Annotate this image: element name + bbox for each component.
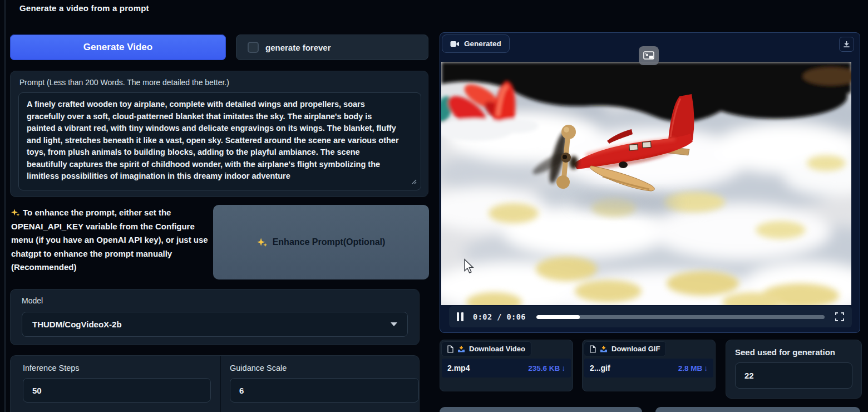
download-gif-label: Download GIF: [611, 345, 660, 353]
download-arrow-icon: ↓: [561, 364, 565, 372]
gif-filesize: 2.8 MB: [678, 364, 703, 372]
download-gif-file-row[interactable]: 2...gif 2.8 MB ↓: [584, 359, 713, 377]
generated-video-panel: Generated 0:02 / 0:06: [440, 32, 860, 333]
video-progress-bar[interactable]: [536, 315, 825, 319]
seed-panel: Seed used for generation 22: [726, 340, 862, 399]
fullscreen-icon[interactable]: [835, 312, 844, 321]
generated-tab: Generated: [442, 35, 510, 53]
seed-input[interactable]: 22: [735, 362, 852, 389]
generate-video-button-label: Generate Video: [83, 42, 152, 53]
guidance-scale-input[interactable]: 6: [230, 378, 419, 403]
download-video-label: Download Video: [469, 345, 525, 353]
model-label: Model: [22, 296, 43, 305]
prompt-panel: Prompt (Less than 200 Words. The more de…: [10, 71, 428, 197]
bottom-left-button-partial[interactable]: [440, 407, 642, 412]
download-icon: [843, 41, 850, 48]
generate-forever-checkbox[interactable]: [248, 42, 259, 53]
file-icon: [447, 345, 453, 353]
sparkles-icon: [257, 237, 268, 248]
chevron-down-icon: [391, 322, 397, 326]
download-video-header: Download Video: [441, 341, 531, 356]
video-frame-image: [441, 62, 851, 305]
video-filesize: 235.6 KB: [528, 364, 560, 372]
picture-in-picture-button[interactable]: [639, 46, 659, 65]
generate-video-button[interactable]: Generate Video: [10, 35, 226, 60]
inference-steps-label: Inference Steps: [23, 364, 80, 372]
download-video-file-row[interactable]: 2.mp4 235.6 KB ↓: [442, 359, 571, 377]
inference-steps-input[interactable]: 50: [23, 378, 211, 403]
generate-forever-group: generate forever: [236, 35, 428, 60]
enhance-info-text: To enhance the prompt, either set the OP…: [11, 206, 213, 274]
generate-forever-label: generate forever: [265, 43, 331, 52]
picture-in-picture-icon: [643, 51, 654, 60]
video-camera-icon: [450, 41, 460, 47]
download-gif-panel: Download GIF 2...gif 2.8 MB ↓: [582, 340, 716, 391]
enhance-info-label: To enhance the prompt, either set the OP…: [11, 208, 208, 272]
left-edge-divider: [4, 0, 6, 412]
page-title: Generate a video from a prompt: [19, 3, 149, 13]
inbox-tray-icon: [457, 345, 465, 353]
download-arrow-icon: ↓: [704, 364, 708, 372]
seed-label: Seed used for generation: [735, 347, 835, 357]
video-progress-fill: [536, 315, 580, 319]
generated-tab-label: Generated: [464, 40, 501, 48]
download-video-panel: Download Video 2.mp4 235.6 KB ↓: [440, 340, 573, 391]
bottom-right-button-partial[interactable]: [655, 407, 860, 412]
enhance-prompt-button[interactable]: Enhance Prompt(Optional): [213, 205, 429, 279]
app-root: Generate a video from a prompt Generate …: [0, 0, 868, 412]
guidance-scale-label: Guidance Scale: [230, 364, 287, 372]
download-gif-header: Download GIF: [584, 341, 666, 356]
video-player[interactable]: [441, 62, 851, 305]
pause-button[interactable]: [457, 312, 463, 321]
params-panel: Inference Steps 50 Guidance Scale 6: [10, 355, 420, 412]
video-filename: 2.mp4: [447, 364, 470, 372]
prompt-textarea[interactable]: A finely crafted wooden toy airplane, co…: [18, 92, 421, 190]
enhance-prompt-button-label: Enhance Prompt(Optional): [273, 237, 386, 247]
params-divider: [220, 356, 221, 412]
inbox-tray-icon: [600, 345, 608, 353]
model-dropdown[interactable]: THUDM/CogVideoX-2b: [22, 312, 408, 337]
textarea-resize-handle-icon[interactable]: [411, 176, 417, 187]
model-panel: Model THUDM/CogVideoX-2b: [10, 289, 420, 345]
video-time-display: 0:02 / 0:06: [473, 312, 526, 321]
file-icon: [590, 345, 596, 353]
model-dropdown-value: THUDM/CogVideoX-2b: [32, 320, 122, 329]
sparkles-icon: [11, 208, 20, 217]
prompt-label: Prompt (Less than 200 Words. The more de…: [19, 78, 229, 87]
video-controls-bar: 0:02 / 0:06: [449, 306, 852, 327]
gif-filename: 2...gif: [590, 364, 610, 372]
video-download-button[interactable]: [839, 37, 854, 52]
